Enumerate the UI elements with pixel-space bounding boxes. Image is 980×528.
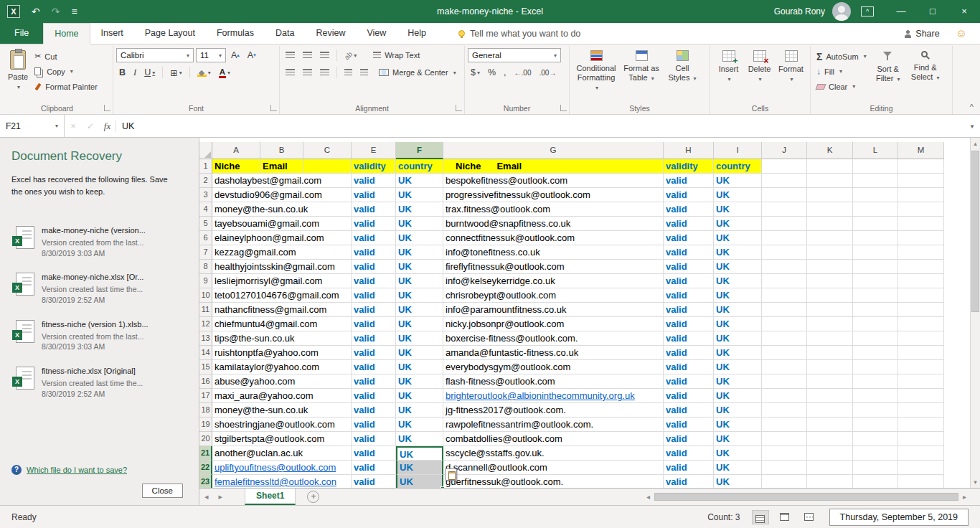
cell-j8[interactable] bbox=[762, 260, 807, 274]
row-header-15[interactable]: 15 bbox=[199, 360, 212, 374]
column-header-h[interactable]: H bbox=[664, 142, 714, 159]
cell-e6[interactable]: valid bbox=[352, 231, 396, 245]
paste-options-button[interactable] bbox=[445, 468, 457, 481]
cell-j10[interactable] bbox=[762, 288, 807, 303]
align-right-button[interactable] bbox=[317, 65, 332, 80]
cell-e3[interactable]: valid bbox=[352, 188, 396, 202]
cell-h4[interactable]: valid bbox=[664, 202, 714, 217]
scroll-down-icon[interactable]: ▾ bbox=[971, 476, 980, 488]
cell-l13[interactable] bbox=[853, 331, 898, 346]
row-header-1[interactable]: 1 bbox=[199, 159, 212, 174]
copy-button[interactable]: Copy▾ bbox=[32, 65, 100, 78]
alignment-dialog-launcher[interactable] bbox=[456, 105, 462, 111]
cell-a4[interactable]: money@the-sun.co.uk bbox=[212, 202, 352, 217]
cell-h13[interactable]: valid bbox=[664, 331, 714, 346]
cell-l18[interactable] bbox=[853, 403, 898, 418]
cell-h23[interactable]: valid bbox=[664, 475, 714, 488]
cell-i14[interactable]: UK bbox=[714, 346, 762, 360]
new-sheet-button[interactable]: + bbox=[307, 491, 319, 503]
column-header-i[interactable]: I bbox=[714, 142, 762, 159]
cell-g16[interactable]: flash-fitness@outlook.com bbox=[443, 374, 664, 389]
cell-m23[interactable] bbox=[898, 475, 944, 488]
cell-k23[interactable] bbox=[807, 475, 853, 488]
cell-k6[interactable] bbox=[807, 231, 853, 245]
cell-h22[interactable]: valid bbox=[664, 461, 714, 475]
cell-j2[interactable] bbox=[762, 174, 807, 188]
formula-input[interactable]: UK bbox=[116, 121, 964, 131]
cell-l7[interactable] bbox=[853, 245, 898, 260]
maximize-button[interactable]: □ bbox=[917, 0, 948, 23]
cell-a10[interactable]: teto01270104676@gmail.com bbox=[212, 288, 352, 303]
cell-a12[interactable]: chiefmuntu4@gmail.com bbox=[212, 317, 352, 331]
cell-a11[interactable]: nathancfitness@gmail.com bbox=[212, 303, 352, 317]
cell-i11[interactable]: UK bbox=[714, 303, 762, 317]
cell-f9[interactable]: UK bbox=[396, 274, 443, 288]
share-button[interactable]: Share bbox=[900, 23, 943, 44]
cell-i7[interactable]: UK bbox=[714, 245, 762, 260]
cell-e20[interactable]: valid bbox=[352, 432, 396, 446]
customize-qat-button[interactable]: ≡ bbox=[71, 0, 77, 23]
row-header-7[interactable]: 7 bbox=[199, 245, 212, 260]
format-painter-button[interactable]: Format Painter bbox=[32, 80, 100, 93]
sheet-nav-right-icon[interactable]: ▸ bbox=[214, 489, 228, 505]
close-button[interactable]: × bbox=[948, 0, 980, 23]
cell-m7[interactable] bbox=[898, 245, 944, 260]
cell-h2[interactable]: valid bbox=[664, 174, 714, 188]
undo-button[interactable]: ↶ bbox=[32, 0, 40, 23]
font-color-button[interactable]: A▾ bbox=[216, 65, 233, 80]
font-dialog-launcher[interactable] bbox=[270, 105, 277, 111]
cell-m16[interactable] bbox=[898, 374, 944, 389]
cell-h5[interactable]: valid bbox=[664, 217, 714, 231]
cell-h1[interactable]: validity bbox=[664, 159, 714, 174]
cell-f5[interactable]: UK bbox=[396, 217, 443, 231]
cell-e9[interactable]: valid bbox=[352, 274, 396, 288]
cell-i5[interactable]: UK bbox=[714, 217, 762, 231]
cell-h9[interactable]: valid bbox=[664, 274, 714, 288]
align-left-button[interactable] bbox=[283, 65, 298, 80]
font-size-select[interactable]: 11▾ bbox=[196, 48, 226, 62]
cell-m19[interactable] bbox=[898, 418, 944, 432]
column-header-a[interactable]: A bbox=[212, 142, 260, 159]
cell-g20[interactable]: combatdollies@outlook.com bbox=[443, 432, 664, 446]
tab-page-layout[interactable]: Page Layout bbox=[134, 23, 206, 44]
cell-e15[interactable]: valid bbox=[352, 360, 396, 374]
cell-e8[interactable]: valid bbox=[352, 260, 396, 274]
format-cells-button[interactable]: Format ▾ bbox=[775, 48, 807, 102]
cell-j9[interactable] bbox=[762, 274, 807, 288]
cell-a19[interactable]: shoestringjane@outlook.com bbox=[212, 418, 352, 432]
underline-button[interactable]: U▾ bbox=[141, 65, 158, 80]
enter-icon[interactable]: ✓ bbox=[82, 121, 99, 131]
cell-h15[interactable]: valid bbox=[664, 360, 714, 374]
redo-button[interactable]: ↷ bbox=[52, 0, 60, 23]
cell-a5[interactable]: tayebsouami@gmail.com bbox=[212, 217, 352, 231]
column-header-j[interactable]: J bbox=[762, 142, 807, 159]
cell-i20[interactable]: UK bbox=[714, 432, 762, 446]
excel-app-icon[interactable]: X bbox=[7, 5, 20, 18]
cell-a20[interactable]: stgilbertspta@outlook.com bbox=[212, 432, 352, 446]
cell-m4[interactable] bbox=[898, 202, 944, 217]
sort-filter-button[interactable]: Sort & Filter ▾ bbox=[870, 48, 907, 102]
cell-e5[interactable]: valid bbox=[352, 217, 396, 231]
wrap-text-button[interactable]: Wrap Text bbox=[370, 49, 423, 62]
cell-g19[interactable]: rawpolefitnessantrim@outlook.com. bbox=[443, 418, 664, 432]
cell-g14[interactable]: amanda@funtastic-fitness.co.uk bbox=[443, 346, 664, 360]
cell-f15[interactable]: UK bbox=[396, 360, 443, 374]
row-header-20[interactable]: 20 bbox=[199, 432, 212, 446]
cell-l15[interactable] bbox=[853, 360, 898, 374]
cell-m17[interactable] bbox=[898, 389, 944, 403]
clipboard-dialog-launcher[interactable] bbox=[104, 105, 110, 111]
cell-m14[interactable] bbox=[898, 346, 944, 360]
delete-cells-button[interactable]: × Delete ▾ bbox=[744, 48, 775, 102]
cell-e12[interactable]: valid bbox=[352, 317, 396, 331]
column-header-c[interactable]: C bbox=[303, 142, 352, 159]
tab-data[interactable]: Data bbox=[265, 23, 305, 44]
find-select-button[interactable]: Find & Select ▾ bbox=[907, 48, 944, 102]
cell-a22[interactable]: upliftyoufitness@outlook.com bbox=[212, 461, 352, 475]
avatar[interactable] bbox=[832, 2, 851, 21]
cell-i15[interactable]: UK bbox=[714, 360, 762, 374]
cell-g5[interactable]: burntwood@snapfitness.co.uk bbox=[443, 217, 664, 231]
cell-h20[interactable]: valid bbox=[664, 432, 714, 446]
fill-color-button[interactable]: ▾ bbox=[194, 65, 214, 80]
cell-g12[interactable]: nicky.jobsonpr@outlook.com bbox=[443, 317, 664, 331]
sheet-tab-sheet1[interactable]: Sheet1 bbox=[245, 489, 296, 505]
